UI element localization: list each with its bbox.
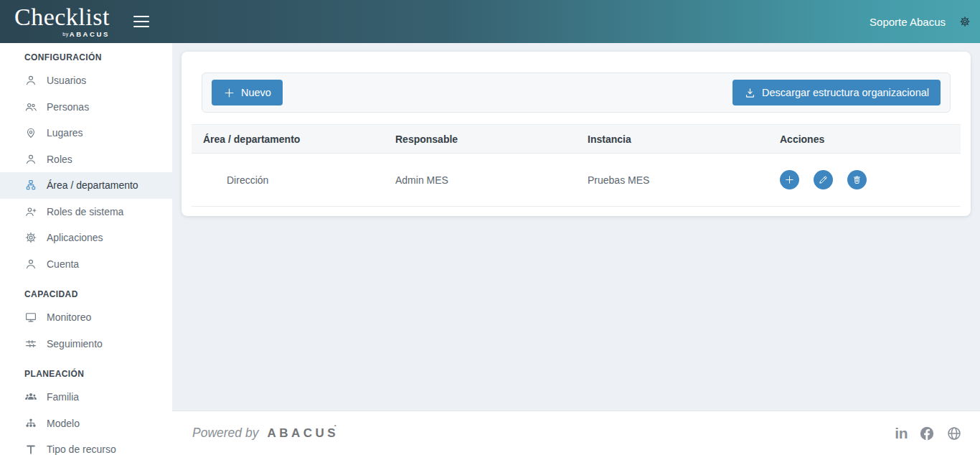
sidebar-item-area-departamento[interactable]: Área / departamento [0,172,172,199]
sidebar-item-roles[interactable]: Roles [0,146,172,173]
place-pin-icon [24,126,37,139]
sidebar-item-label: Área / departamento [47,179,138,191]
delete-button[interactable] [847,170,867,189]
sidebar-item-label: Usuarios [47,75,86,86]
powered-by-brand: Powered by ABACUS [192,426,339,441]
sidebar-item-label: Familia [47,391,79,403]
sidebar-item-roles-de-sistema[interactable]: Roles de sistema [0,199,172,225]
new-button[interactable]: Nuevo [212,80,283,105]
tree-nodes-icon [24,417,37,430]
plus-icon [784,174,795,185]
globe-icon[interactable] [946,426,962,441]
trash-icon [852,174,862,185]
table-row: Dirección Admin MES Pruebas MES [192,154,961,207]
facebook-icon[interactable] [919,426,935,441]
sidebar-item-label: Cuenta [47,258,79,270]
sidebar-item-personas[interactable]: Personas [0,94,172,121]
logo-subtitle: byABACUS [62,31,110,38]
sidebar-item-label: Lugares [47,127,83,139]
hamburger-menu-icon[interactable] [133,16,149,28]
person-icon [24,74,37,87]
sidebar-item-usuarios[interactable]: Usuarios [0,67,172,94]
gear-icon [24,231,37,244]
sidebar-section-capacidad: CAPACIDAD [0,289,172,300]
people-icon [24,100,37,113]
areas-table: Área / departamento Responsable Instanci… [192,124,961,207]
org-chart-icon [24,179,37,192]
tune-sliders-icon [24,337,37,350]
sidebar-item-seguimiento[interactable]: Seguimiento [0,331,172,357]
column-header-area: Área / departamento [192,125,384,154]
sidebar-item-label: Personas [47,101,89,113]
download-structure-button[interactable]: Descargar estructura organizacional [732,80,941,105]
sidebar-section-planeacion: PLANEACIÓN [0,368,172,380]
sidebar-item-monitoreo[interactable]: Monitoreo [0,304,172,331]
cell-area: Dirección [192,154,384,207]
pencil-icon [818,174,829,185]
cell-actions [768,154,961,207]
monitor-icon [24,311,37,324]
table-header-row: Área / departamento Responsable Instanci… [192,125,961,154]
column-header-instancia: Instancia [576,125,768,154]
download-icon [744,87,756,99]
people-group-icon [24,390,37,403]
letter-t-icon [24,443,37,455]
areas-card: Nuevo Descargar estructura organizaciona… [182,52,971,216]
edit-button[interactable] [814,170,833,189]
sidebar-item-label: Monitoreo [47,311,91,323]
sidebar-item-lugares[interactable]: Lugares [0,120,172,146]
cell-responsable: Admin MES [384,154,576,207]
table-toolbar: Nuevo Descargar estructura organizaciona… [202,72,951,113]
settings-gear-icon[interactable] [959,16,971,27]
sidebar-item-cuenta[interactable]: Cuenta [0,251,172,278]
powered-by-text: Powered by [192,426,258,441]
sidebar-item-tipo-de-recurso[interactable]: Tipo de recurso [0,436,172,455]
app-window: Checklist byABACUS Soporte Abacus CONFIG… [0,0,980,455]
sidebar-item-familia[interactable]: Familia [0,384,172,411]
person-add-icon [24,205,37,218]
sidebar-item-label: Roles de sistema [47,206,123,217]
person-icon [24,258,37,271]
person-icon [24,153,37,166]
sidebar-item-label: Modelo [47,418,80,429]
column-header-responsable: Responsable [384,125,576,154]
top-header-bar: Checklist byABACUS Soporte Abacus [0,0,980,43]
app-logo: Checklist byABACUS [14,5,110,38]
sidebar-section-configuracion: CONFIGURACIÓN [0,52,172,63]
social-links: in [895,426,962,441]
sidebar-item-label: Seguimiento [47,338,103,350]
sidebar-nav: CONFIGURACIÓN Usuarios Personas Lugares … [0,43,172,455]
user-menu[interactable]: Soporte Abacus [870,16,946,28]
sidebar-item-label: Roles [47,154,72,165]
abacus-logo: ABACUS [267,426,339,441]
page-footer: Powered by ABACUS in [172,411,980,455]
sidebar-item-label: Aplicaciones [47,232,103,243]
content-area: Nuevo Descargar estructura organizaciona… [172,43,980,411]
sidebar-item-aplicaciones[interactable]: Aplicaciones [0,225,172,251]
logo-title: Checklist [14,5,110,29]
sidebar-item-label: Tipo de recurso [47,444,116,455]
plus-icon [223,87,235,99]
sidebar-item-modelo[interactable]: Modelo [0,411,172,437]
cell-instancia: Pruebas MES [576,154,768,207]
main-area: Nuevo Descargar estructura organizaciona… [172,43,980,455]
add-child-button[interactable] [780,170,799,189]
linkedin-icon[interactable]: in [895,426,908,441]
column-header-acciones: Acciones [768,125,961,154]
